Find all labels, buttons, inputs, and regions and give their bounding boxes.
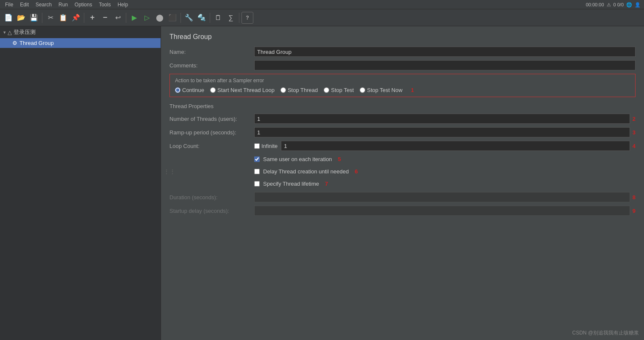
open-button[interactable]: 📂 [15,12,27,24]
tree-root-icon: △ [8,29,12,36]
radio-stop-now[interactable]: Stop Test Now [360,87,402,93]
cut-button[interactable]: ✂ [44,12,56,24]
sep2 [84,13,84,23]
loop-count-input[interactable] [281,141,630,151]
num-threads-input[interactable] [254,114,630,124]
copy-button[interactable]: 📋 [57,12,69,24]
radio-stop-thread[interactable]: Stop Thread [280,87,318,93]
paste-button[interactable]: 📌 [70,12,82,24]
tree-root[interactable]: ▾ △ 登录压测 [0,26,161,38]
delay-thread-row: ⋮⋮ Delay Thread creation until needed 6 [169,167,636,176]
same-user-row: Same user on each iteration 5 [169,154,636,164]
remote-start-button[interactable]: 🔧 [183,12,195,24]
sep5 [210,13,210,23]
stop-button[interactable]: ⬤ [154,12,166,24]
menu-options[interactable]: Options [71,1,95,8]
timer: 00:00:00 [586,2,604,7]
radio-next-loop[interactable]: Start Next Thread Loop [210,87,275,93]
radio-continue-input[interactable] [175,87,180,93]
duration-label: Duration (seconds): [169,194,254,201]
annotation-8: 8 [633,194,636,201]
annotation-6: 6 [355,168,358,175]
specify-lifetime-checkbox[interactable] [254,181,260,187]
watermark: CSDN @别追我我有止咳糖浆 [572,329,639,337]
name-label: Name: [169,49,254,55]
annotation-7: 7 [325,181,328,187]
clear-button[interactable]: 🗒 [212,12,224,24]
radio-next-loop-input[interactable] [210,87,216,93]
globe-icon: 🌐 [626,2,632,8]
radio-group: Continue Start Next Thread Loop Stop Thr… [175,87,630,93]
action-box-title: Action to be taken after a Sampler error [175,78,630,84]
loop-count-label: Loop Count: [169,143,254,149]
remote-stop-button[interactable]: 🔩 [196,12,208,24]
infinite-checkbox[interactable] [254,143,260,149]
radio-stop-now-label: Stop Test Now [367,87,402,93]
ramp-up-row: Ramp-up period (seconds): 3 [169,127,636,137]
delay-thread-label[interactable]: Delay Thread creation until needed [263,168,349,175]
sidebar-item-thread-group[interactable]: ⚙ Thread Group [0,38,161,48]
sidebar-item-label: Thread Group [19,40,54,46]
delay-thread-checkbox[interactable] [254,169,260,174]
toolbar: 📄 📂 💾 ✂ 📋 📌 + − ↩ ▶ ▷ ⬤ ⬛ 🔧 🔩 🗒 ∑ ? [0,9,644,26]
same-user-checkbox[interactable] [254,156,260,162]
infinite-label[interactable]: Infinite [254,143,278,149]
menu-run[interactable]: Run [55,1,71,8]
infinite-text: Infinite [261,143,278,149]
specify-lifetime-label[interactable]: Specify Thread lifetime [263,181,319,187]
startup-delay-label: Startup delay (seconds): [169,208,254,214]
menu-help[interactable]: Help [114,1,131,8]
remove-button[interactable]: − [99,12,111,24]
undo-button[interactable]: ↩ [112,12,124,24]
name-input[interactable] [254,47,636,57]
same-user-label[interactable]: Same user on each iteration [263,156,332,162]
sep3 [126,13,126,23]
drag-handle: ⋮⋮ [164,168,175,175]
content-panel: Thread Group Name: Comments: Action to b… [161,26,644,340]
profile-icon: 👤 [635,2,641,8]
comments-input[interactable] [254,60,636,70]
run-counts: 0 0/0 [613,2,624,7]
radio-continue[interactable]: Continue [175,87,204,93]
annotation-9: 9 [633,208,636,214]
sep4 [180,13,181,23]
action-box: Action to be taken after a Sampler error… [169,74,636,97]
num-threads-label: Number of Threads (users): [169,116,254,122]
menubar: File Edit Search Run Options Tools Help … [0,0,644,9]
radio-next-loop-label: Start Next Thread Loop [217,87,275,93]
add-button[interactable]: + [86,12,98,24]
ramp-up-input[interactable] [254,127,630,137]
duration-input[interactable] [254,192,630,202]
radio-stop-now-input[interactable] [360,87,365,93]
start-no-pause-button[interactable]: ▷ [141,12,153,24]
stop-now-button[interactable]: ⬛ [167,12,178,24]
ramp-up-label: Ramp-up period (seconds): [169,129,254,136]
menu-search[interactable]: Search [32,1,55,8]
sep6 [239,13,239,23]
startup-delay-input[interactable] [254,206,630,216]
radio-stop-test-input[interactable] [324,87,329,93]
name-row: Name: [169,47,636,57]
annotation-3: 3 [633,129,636,136]
warning-icon: ⚠ [607,2,611,8]
specify-lifetime-row: Specify Thread lifetime 7 [169,179,636,189]
thread-props-title: Thread Properties [169,103,636,109]
save-button[interactable]: 💾 [28,12,40,24]
new-button[interactable]: 📄 [3,12,14,24]
loop-count-row: Loop Count: Infinite 4 [169,141,636,151]
menu-edit[interactable]: Edit [17,1,32,8]
radio-stop-test[interactable]: Stop Test [324,87,354,93]
main-layout: ▾ △ 登录压测 ⚙ Thread Group Thread Group Nam… [0,26,644,340]
menu-file[interactable]: File [2,1,17,8]
help-button[interactable]: ? [242,12,253,24]
start-button[interactable]: ▶ [128,12,140,24]
radio-stop-thread-input[interactable] [280,87,286,93]
tree-root-label: 登录压测 [14,28,36,36]
comments-row: Comments: [169,60,636,70]
annotation-1: 1 [411,87,414,93]
num-threads-row: Number of Threads (users): 2 [169,114,636,124]
function-button[interactable]: ∑ [225,12,237,24]
menu-tools[interactable]: Tools [95,1,114,8]
annotation-2: 2 [633,116,636,122]
annotation-5: 5 [338,156,341,162]
